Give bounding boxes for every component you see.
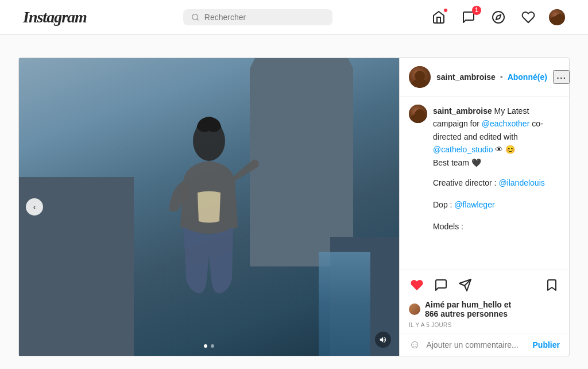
post-image [19,58,399,356]
svg-marker-3 [496,14,501,19]
comment-input[interactable] [426,340,527,349]
caption-models: Models : [433,218,560,235]
mute-button[interactable] [375,332,391,348]
like-button[interactable] [409,277,425,293]
caption-area: saint_ambroise My Latest campaign for @e… [400,97,569,270]
heart-icon [521,10,535,24]
action-icons-row [409,275,560,295]
dot-2 [211,344,214,348]
search-bar[interactable] [183,9,332,25]
mention-flawleger[interactable]: @flawleger [454,200,494,209]
caption-mention-cathelo[interactable]: @cathelo_studio [433,145,493,154]
search-input[interactable] [204,13,325,22]
mute-icon [379,336,387,344]
caption-creative-director: Creative director : @ilandelouis [433,175,560,191]
bookmark-icon [545,278,559,292]
post-card: ‹ saint_ambroise • [18,57,570,356]
likes-row: Aimé par hum_hello et 866 autres personn… [400,298,569,321]
liker-name[interactable]: hum_hello [462,300,502,309]
navbar: Instagram 1 [0,0,588,34]
likes-count[interactable]: 866 autres personnes [425,309,508,318]
profile-avatar[interactable] [549,9,565,25]
likes-button[interactable] [519,8,537,26]
caption-text: saint_ambroise My Latest campaign for @e… [433,105,560,235]
follow-button[interactable]: Abonné(e) [508,72,547,82]
search-icon [191,13,199,22]
instagram-logo: Instagram [23,8,87,26]
author-avatar-image [409,66,431,88]
home-notification-dot [443,8,448,13]
post-author-avatar[interactable] [409,66,431,88]
more-options-button[interactable]: ··· [553,70,570,84]
timestamp: IL Y A 5 JOURS [400,321,569,333]
likes-et: et [504,300,511,309]
home-icon [432,10,446,24]
avatar-image [549,9,565,25]
caption-author-avatar [409,105,427,123]
building-glass [319,252,370,356]
post-header-meta: saint_ambroise • Abonné(e) [436,72,547,82]
svg-point-6 [207,121,220,132]
messages-button[interactable]: 1 [459,8,478,26]
main-content: ‹ saint_ambroise • [0,34,588,369]
likes-prefix: Aimé par [425,300,462,309]
comment-icon [434,278,448,292]
caption-row: saint_ambroise My Latest campaign for @e… [409,105,560,235]
heart-filled-icon [410,278,424,292]
separator-dot: • [500,72,503,82]
share-button[interactable] [457,277,473,293]
publish-button[interactable]: Publier [533,340,560,349]
share-icon [458,278,472,292]
emoji-button[interactable]: ☺ [409,338,420,351]
svg-line-1 [197,18,199,20]
caption-avatar-image [409,105,427,123]
dot-1 [204,344,207,348]
caption-username[interactable]: saint_ambroise [433,106,492,116]
dop-label: Dop : [433,200,454,209]
dot-indicators [204,344,214,348]
svg-point-0 [192,14,198,20]
post-header: saint_ambroise • Abonné(e) ··· [400,58,569,97]
post-image-area: ‹ [19,58,400,356]
caption-body-3: 👁 😊 [495,145,515,154]
home-button[interactable] [430,8,448,26]
bookmark-button[interactable] [544,277,560,293]
caption-bestteam: Best team 🖤 [433,158,481,167]
caption-mention-eachxother[interactable]: @eachxother [482,119,529,128]
liker-avatar [409,303,420,315]
likes-text: Aimé par hum_hello et 866 autres personn… [425,300,511,318]
explore-button[interactable] [489,8,508,26]
mention-ilandelouis[interactable]: @ilandelouis [498,178,544,187]
comment-button[interactable] [433,277,449,293]
post-username[interactable]: saint_ambroise [436,72,496,82]
svg-point-2 [493,11,504,23]
messages-badge: 1 [472,6,481,15]
explore-icon [492,10,505,24]
comment-box: ☺ Publier [400,333,569,356]
post-actions [400,270,569,298]
prev-button[interactable]: ‹ [26,198,43,216]
post-info: saint_ambroise • Abonné(e) ··· saint_amb… [400,58,569,356]
models-label: Models : [433,222,463,231]
nav-icons: 1 [430,8,565,26]
caption-dop: Dop : @flawleger [433,197,560,213]
creative-director-label: Creative director : [433,178,498,187]
figure-silhouette [152,112,266,296]
